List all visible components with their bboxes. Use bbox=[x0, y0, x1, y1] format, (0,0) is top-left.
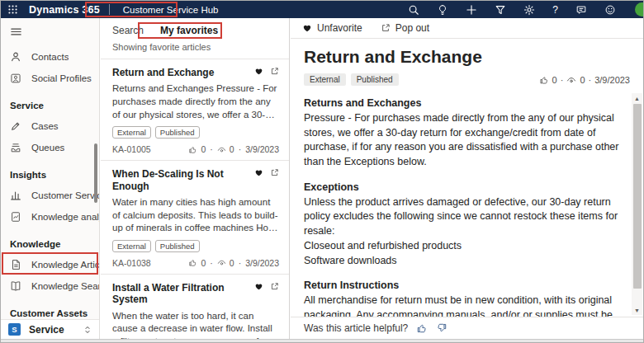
add-icon[interactable] bbox=[466, 4, 477, 16]
article-date: 3/9/2023 bbox=[245, 258, 279, 268]
thumbs-up-icon bbox=[188, 258, 197, 267]
user-avatar[interactable] bbox=[635, 2, 644, 16]
sidebar-section-service: Service bbox=[1, 89, 99, 115]
favorite-heart-icon[interactable] bbox=[254, 282, 263, 291]
article-card-excerpt: Returns and Exchanges Pressure - For pur… bbox=[112, 82, 279, 121]
lightbulb-icon[interactable] bbox=[437, 4, 448, 16]
article-card-excerpt: When the water is too hard, it can cause… bbox=[112, 310, 279, 339]
article-preview-panel: Unfavorite Pop out Return and Exchange E… bbox=[291, 18, 643, 339]
hamburger-icon bbox=[10, 26, 22, 38]
book-icon bbox=[10, 280, 21, 292]
settings-gear-icon[interactable] bbox=[523, 4, 535, 16]
scroll-down-arrow-icon[interactable]: ▼ bbox=[632, 305, 642, 315]
case-icon bbox=[10, 120, 21, 132]
bar-chart-icon bbox=[10, 190, 21, 201]
tag-published: Published bbox=[351, 73, 399, 86]
tag-external: External bbox=[112, 126, 151, 139]
pop-out-button[interactable]: Pop out bbox=[381, 22, 429, 34]
article-toolbar: Unfavorite Pop out bbox=[291, 18, 643, 39]
thumbs-up-icon bbox=[539, 75, 549, 85]
popout-icon[interactable] bbox=[270, 282, 279, 291]
feedback-chat-icon[interactable] bbox=[575, 4, 587, 16]
area-switcher[interactable]: S Service bbox=[1, 319, 99, 339]
feedback-thumbs-down-icon[interactable] bbox=[436, 322, 447, 334]
list-status-text: Showing favorite articles bbox=[101, 40, 289, 59]
article-date: 3/9/2023 bbox=[245, 144, 279, 154]
article-stats: 0 · 0 · 3/9/2023 bbox=[188, 144, 279, 154]
tag-published: Published bbox=[155, 240, 200, 252]
knowledge-search-list-panel: Search My favorites Showing favorite art… bbox=[101, 18, 290, 339]
tab-search[interactable]: Search bbox=[104, 25, 152, 36]
article-card[interactable]: Return and Exchange Returns and Exchange… bbox=[101, 59, 289, 161]
feedback-question: Was this article helpful? bbox=[304, 322, 408, 334]
brand-title[interactable]: Dynamics 365 bbox=[29, 4, 100, 16]
sidebar-item-customer-service-dashboard[interactable]: Customer Service ... bbox=[1, 185, 99, 206]
section-text: Pressure - For purchases made directly f… bbox=[304, 111, 622, 170]
sitemap-sidebar: Contacts Social Profiles Service Cases Q… bbox=[1, 18, 100, 339]
article-card[interactable]: When De-Scaling Is Not Enough Water in m… bbox=[101, 161, 289, 275]
article-body: Returns and Exchanges Pressure - For pur… bbox=[291, 92, 630, 317]
article-feedback-footer: Was this article helpful? bbox=[291, 317, 643, 339]
sidebar-section-insights: Insights bbox=[1, 158, 99, 185]
section-text: All merchandise for return must be in ne… bbox=[304, 294, 622, 317]
popout-icon bbox=[381, 23, 391, 33]
views-eye-icon bbox=[566, 75, 576, 85]
article-header: Return and Exchange External Published 0… bbox=[291, 39, 643, 92]
article-body-wrap: Returns and Exchanges Pressure - For pur… bbox=[291, 92, 643, 317]
analytics-icon bbox=[10, 211, 21, 223]
sidebar-item-contacts[interactable]: Contacts bbox=[1, 46, 99, 68]
article-stats: 0 · 0 · 3/9/2023 bbox=[188, 258, 279, 268]
app-title[interactable]: Customer Service Hub bbox=[118, 5, 224, 15]
search-icon[interactable] bbox=[408, 4, 419, 16]
emoji-icon[interactable] bbox=[604, 4, 616, 16]
filter-icon[interactable] bbox=[495, 4, 506, 16]
tag-published: Published bbox=[155, 126, 200, 139]
sidebar-item-knowledge-articles[interactable]: Knowledge Articles bbox=[1, 254, 99, 275]
tab-my-favorites[interactable]: My favorites bbox=[152, 25, 226, 36]
navbar-actions: ? bbox=[408, 2, 643, 16]
thumbs-up-icon bbox=[188, 145, 197, 154]
tag-external: External bbox=[304, 73, 346, 86]
sidebar-item-social-profiles[interactable]: Social Profiles bbox=[1, 68, 99, 89]
social-profiles-icon bbox=[10, 73, 21, 84]
sidebar-item-queues[interactable]: Queues bbox=[1, 137, 99, 158]
scrollbar-thumb[interactable] bbox=[633, 104, 642, 289]
article-scrollbar[interactable]: ▲ ▼ bbox=[632, 93, 642, 315]
popout-icon[interactable] bbox=[270, 67, 279, 76]
article-number: KA-01038 bbox=[112, 258, 188, 268]
favorite-heart-icon[interactable] bbox=[254, 67, 263, 76]
unfavorite-button[interactable]: Unfavorite bbox=[302, 22, 362, 34]
article-number: KA-01005 bbox=[112, 144, 188, 154]
app-window: Dynamics 365 Customer Service Hub ? Cont… bbox=[0, 0, 644, 343]
sidebar-item-cases[interactable]: Cases bbox=[1, 115, 99, 137]
article-card-title[interactable]: Return and Exchange bbox=[112, 67, 249, 78]
feedback-thumbs-up-icon[interactable] bbox=[416, 322, 428, 334]
person-icon bbox=[10, 51, 21, 63]
app-launcher-icon[interactable] bbox=[7, 4, 18, 15]
tag-external: External bbox=[112, 240, 151, 252]
scroll-up-arrow-icon[interactable]: ▲ bbox=[632, 93, 642, 103]
window-bottom-edge bbox=[1, 339, 643, 342]
popout-icon[interactable] bbox=[270, 168, 279, 177]
views-eye-icon bbox=[217, 258, 226, 267]
article-title: Return and Exchange bbox=[304, 46, 630, 67]
section-heading: Exceptions bbox=[304, 181, 622, 195]
area-tile: S bbox=[8, 323, 21, 336]
sidebar-item-knowledge-search[interactable]: Knowledge Search bbox=[1, 275, 99, 297]
sidebar-item-knowledge-analytics[interactable]: Knowledge analyti... bbox=[1, 206, 99, 228]
collapse-sitemap-button[interactable] bbox=[1, 18, 99, 46]
favorite-heart-icon[interactable] bbox=[254, 168, 263, 177]
navbar-divider bbox=[109, 4, 110, 15]
sidebar-scrollbar-thumb[interactable] bbox=[94, 143, 97, 203]
article-card-title[interactable]: Install a Water Filtration System bbox=[112, 282, 249, 306]
article-card-title[interactable]: When De-Scaling Is Not Enough bbox=[112, 168, 249, 192]
list-tabs: Search My favorites bbox=[101, 18, 289, 40]
article-stats: 0 · 0 · 3/9/2023 bbox=[539, 75, 630, 85]
help-icon[interactable]: ? bbox=[552, 5, 558, 15]
sidebar-section-knowledge: Knowledge bbox=[1, 228, 99, 254]
article-card[interactable]: Install a Water Filtration System When t… bbox=[101, 275, 289, 339]
section-heading: Returns and Exchanges bbox=[304, 96, 622, 111]
document-icon bbox=[10, 259, 21, 270]
heart-icon bbox=[302, 23, 312, 33]
article-card-excerpt: Water in many cities has high amount of … bbox=[112, 196, 279, 235]
